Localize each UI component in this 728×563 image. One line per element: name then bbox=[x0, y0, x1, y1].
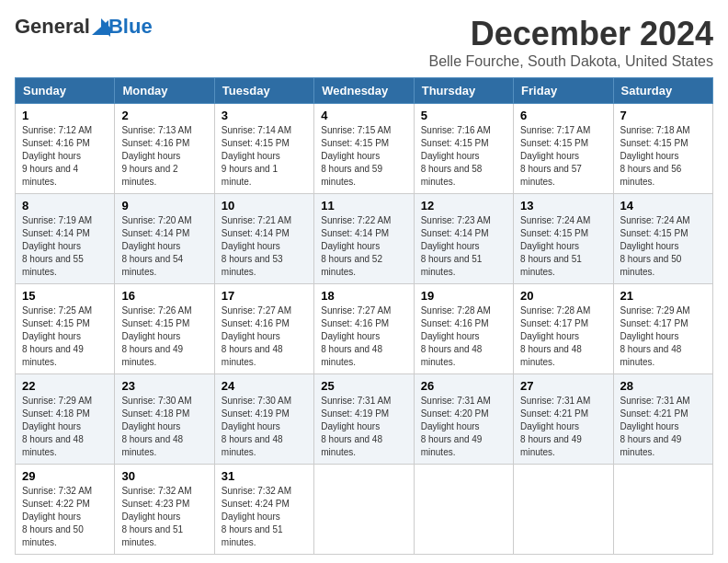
day-number: 5 bbox=[421, 109, 506, 122]
day-info: Sunrise: 7:17 AM Sunset: 4:15 PM Dayligh… bbox=[520, 124, 606, 189]
day-number: 18 bbox=[321, 289, 406, 303]
calendar-cell: 29 Sunrise: 7:32 AM Sunset: 4:22 PM Dayl… bbox=[16, 465, 115, 555]
day-number: 23 bbox=[121, 379, 207, 393]
weekday-header-friday: Friday bbox=[514, 78, 613, 104]
calendar-cell: 30 Sunrise: 7:32 AM Sunset: 4:23 PM Dayl… bbox=[115, 465, 214, 555]
day-number: 13 bbox=[520, 199, 606, 213]
day-info: Sunrise: 7:20 AM Sunset: 4:14 PM Dayligh… bbox=[121, 214, 207, 279]
calendar-cell: 6 Sunrise: 7:17 AM Sunset: 4:15 PM Dayli… bbox=[514, 104, 613, 194]
day-number: 22 bbox=[22, 379, 108, 393]
day-info: Sunrise: 7:28 AM Sunset: 4:16 PM Dayligh… bbox=[421, 304, 506, 369]
calendar-cell: 26 Sunrise: 7:31 AM Sunset: 4:20 PM Dayl… bbox=[414, 374, 513, 465]
header: General Blue December 2024 Belle Fourche… bbox=[15, 15, 713, 70]
calendar-cell: 24 Sunrise: 7:30 AM Sunset: 4:19 PM Dayl… bbox=[214, 374, 313, 465]
calendar-cell: 17 Sunrise: 7:27 AM Sunset: 4:16 PM Dayl… bbox=[214, 284, 313, 374]
day-number: 16 bbox=[121, 289, 207, 303]
day-info: Sunrise: 7:31 AM Sunset: 4:21 PM Dayligh… bbox=[520, 395, 606, 459]
day-info: Sunrise: 7:12 AM Sunset: 4:16 PM Dayligh… bbox=[22, 124, 108, 189]
day-info: Sunrise: 7:30 AM Sunset: 4:18 PM Dayligh… bbox=[121, 395, 207, 459]
calendar-cell: 25 Sunrise: 7:31 AM Sunset: 4:19 PM Dayl… bbox=[314, 374, 414, 465]
day-info: Sunrise: 7:24 AM Sunset: 4:15 PM Dayligh… bbox=[520, 214, 606, 279]
weekday-header-thursday: Thursday bbox=[414, 78, 513, 104]
day-number: 3 bbox=[222, 109, 307, 122]
calendar-cell: 19 Sunrise: 7:28 AM Sunset: 4:16 PM Dayl… bbox=[414, 284, 513, 374]
month-title: December 2024 bbox=[428, 15, 713, 53]
logo-general: General bbox=[15, 15, 90, 39]
day-info: Sunrise: 7:32 AM Sunset: 4:22 PM Dayligh… bbox=[22, 485, 108, 549]
day-number: 4 bbox=[321, 109, 406, 122]
calendar-cell: 2 Sunrise: 7:13 AM Sunset: 4:16 PM Dayli… bbox=[115, 104, 214, 194]
day-info: Sunrise: 7:27 AM Sunset: 4:16 PM Dayligh… bbox=[222, 304, 307, 369]
day-number: 28 bbox=[620, 379, 706, 393]
day-info: Sunrise: 7:31 AM Sunset: 4:21 PM Dayligh… bbox=[620, 395, 706, 459]
week-row-4: 22 Sunrise: 7:29 AM Sunset: 4:18 PM Dayl… bbox=[16, 374, 713, 465]
calendar-cell: 20 Sunrise: 7:28 AM Sunset: 4:17 PM Dayl… bbox=[514, 284, 613, 374]
day-number: 20 bbox=[520, 289, 606, 303]
day-number: 21 bbox=[620, 289, 706, 303]
location-title: Belle Fourche, South Dakota, United Stat… bbox=[428, 53, 713, 70]
week-row-1: 1 Sunrise: 7:12 AM Sunset: 4:16 PM Dayli… bbox=[16, 104, 713, 194]
calendar-cell: 28 Sunrise: 7:31 AM Sunset: 4:21 PM Dayl… bbox=[613, 374, 712, 465]
day-number: 29 bbox=[22, 469, 108, 483]
day-info: Sunrise: 7:27 AM Sunset: 4:16 PM Dayligh… bbox=[321, 304, 406, 369]
day-number: 27 bbox=[520, 379, 606, 393]
day-number: 2 bbox=[121, 109, 207, 122]
day-number: 10 bbox=[222, 199, 307, 213]
day-number: 25 bbox=[321, 379, 406, 393]
day-info: Sunrise: 7:18 AM Sunset: 4:15 PM Dayligh… bbox=[620, 124, 706, 189]
calendar-cell: 31 Sunrise: 7:32 AM Sunset: 4:24 PM Dayl… bbox=[214, 465, 313, 555]
svg-marker-0 bbox=[101, 18, 110, 37]
day-info: Sunrise: 7:29 AM Sunset: 4:18 PM Dayligh… bbox=[22, 395, 108, 459]
title-area: December 2024 Belle Fourche, South Dakot… bbox=[428, 15, 713, 70]
calendar-cell: 5 Sunrise: 7:16 AM Sunset: 4:15 PM Dayli… bbox=[414, 104, 513, 194]
calendar-cell bbox=[314, 465, 414, 555]
day-info: Sunrise: 7:13 AM Sunset: 4:16 PM Dayligh… bbox=[121, 124, 207, 189]
day-info: Sunrise: 7:21 AM Sunset: 4:14 PM Dayligh… bbox=[222, 214, 307, 279]
calendar-cell: 7 Sunrise: 7:18 AM Sunset: 4:15 PM Dayli… bbox=[613, 104, 712, 194]
day-info: Sunrise: 7:29 AM Sunset: 4:17 PM Dayligh… bbox=[620, 304, 706, 369]
weekday-header-wednesday: Wednesday bbox=[314, 78, 414, 104]
calendar-cell bbox=[414, 465, 513, 555]
weekday-header-saturday: Saturday bbox=[613, 78, 712, 104]
calendar-cell: 14 Sunrise: 7:24 AM Sunset: 4:15 PM Dayl… bbox=[613, 194, 712, 284]
calendar-cell: 15 Sunrise: 7:25 AM Sunset: 4:15 PM Dayl… bbox=[16, 284, 115, 374]
day-number: 17 bbox=[222, 289, 307, 303]
calendar-cell: 23 Sunrise: 7:30 AM Sunset: 4:18 PM Dayl… bbox=[115, 374, 214, 465]
day-number: 14 bbox=[620, 199, 706, 213]
day-info: Sunrise: 7:19 AM Sunset: 4:14 PM Dayligh… bbox=[22, 214, 108, 279]
day-info: Sunrise: 7:22 AM Sunset: 4:14 PM Dayligh… bbox=[321, 214, 406, 279]
week-row-2: 8 Sunrise: 7:19 AM Sunset: 4:14 PM Dayli… bbox=[16, 194, 713, 284]
calendar-cell: 16 Sunrise: 7:26 AM Sunset: 4:15 PM Dayl… bbox=[115, 284, 214, 374]
day-number: 11 bbox=[321, 199, 406, 213]
day-number: 1 bbox=[22, 109, 108, 122]
day-info: Sunrise: 7:24 AM Sunset: 4:15 PM Dayligh… bbox=[620, 214, 706, 279]
day-info: Sunrise: 7:31 AM Sunset: 4:20 PM Dayligh… bbox=[421, 395, 506, 459]
day-number: 12 bbox=[421, 199, 506, 213]
calendar-cell: 12 Sunrise: 7:23 AM Sunset: 4:14 PM Dayl… bbox=[414, 194, 513, 284]
week-row-3: 15 Sunrise: 7:25 AM Sunset: 4:15 PM Dayl… bbox=[16, 284, 713, 374]
day-number: 31 bbox=[222, 469, 307, 483]
day-number: 9 bbox=[121, 199, 207, 213]
calendar-cell: 22 Sunrise: 7:29 AM Sunset: 4:18 PM Dayl… bbox=[16, 374, 115, 465]
calendar-cell: 10 Sunrise: 7:21 AM Sunset: 4:14 PM Dayl… bbox=[214, 194, 313, 284]
day-info: Sunrise: 7:25 AM Sunset: 4:15 PM Dayligh… bbox=[22, 304, 108, 369]
day-info: Sunrise: 7:28 AM Sunset: 4:17 PM Dayligh… bbox=[520, 304, 606, 369]
day-number: 30 bbox=[121, 469, 207, 483]
week-row-5: 29 Sunrise: 7:32 AM Sunset: 4:22 PM Dayl… bbox=[16, 465, 713, 555]
calendar-table: SundayMondayTuesdayWednesdayThursdayFrid… bbox=[15, 77, 713, 555]
calendar-cell: 18 Sunrise: 7:27 AM Sunset: 4:16 PM Dayl… bbox=[314, 284, 414, 374]
day-number: 7 bbox=[620, 109, 706, 122]
calendar-cell: 4 Sunrise: 7:15 AM Sunset: 4:15 PM Dayli… bbox=[314, 104, 414, 194]
calendar-cell: 9 Sunrise: 7:20 AM Sunset: 4:14 PM Dayli… bbox=[115, 194, 214, 284]
day-info: Sunrise: 7:23 AM Sunset: 4:14 PM Dayligh… bbox=[421, 214, 506, 279]
calendar-cell: 27 Sunrise: 7:31 AM Sunset: 4:21 PM Dayl… bbox=[514, 374, 613, 465]
day-info: Sunrise: 7:31 AM Sunset: 4:19 PM Dayligh… bbox=[321, 395, 406, 459]
day-info: Sunrise: 7:30 AM Sunset: 4:19 PM Dayligh… bbox=[222, 395, 307, 459]
calendar-cell: 3 Sunrise: 7:14 AM Sunset: 4:15 PM Dayli… bbox=[214, 104, 313, 194]
day-number: 15 bbox=[22, 289, 108, 303]
calendar-cell: 11 Sunrise: 7:22 AM Sunset: 4:14 PM Dayl… bbox=[314, 194, 414, 284]
calendar-cell: 13 Sunrise: 7:24 AM Sunset: 4:15 PM Dayl… bbox=[514, 194, 613, 284]
day-number: 26 bbox=[421, 379, 506, 393]
day-info: Sunrise: 7:16 AM Sunset: 4:15 PM Dayligh… bbox=[421, 124, 506, 189]
calendar-cell: 8 Sunrise: 7:19 AM Sunset: 4:14 PM Dayli… bbox=[16, 194, 115, 284]
